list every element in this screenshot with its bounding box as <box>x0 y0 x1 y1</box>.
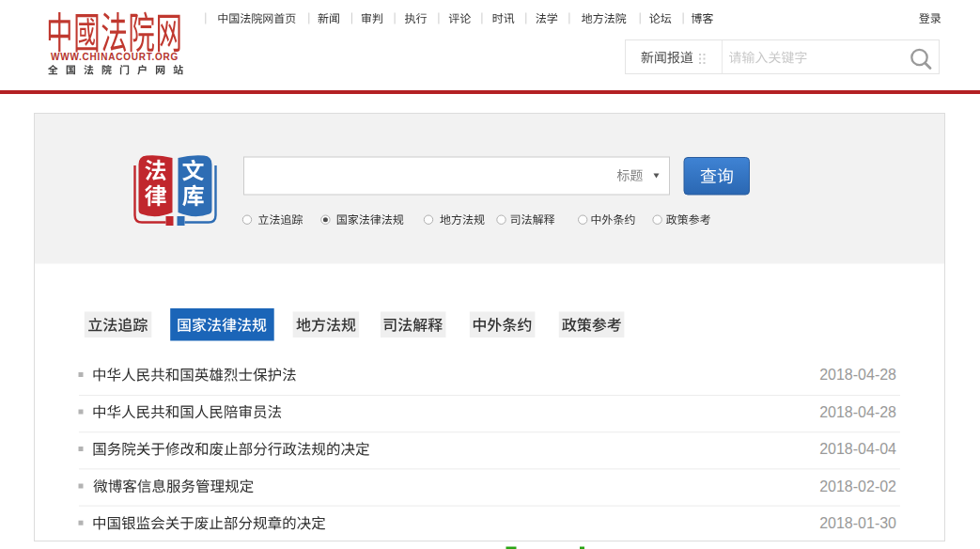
svg-text:2018-04-28: 2018-04-28 <box>819 367 896 383</box>
svg-text:2018-04-28: 2018-04-28 <box>819 404 896 420</box>
svg-text:2018-04-04: 2018-04-04 <box>819 441 896 457</box>
svg-text:2018-01-30: 2018-01-30 <box>819 515 896 531</box>
svg-text:WWW.CHINACOURT.ORG: WWW.CHINACOURT.ORG <box>51 52 179 62</box>
svg-text:2018-02-02: 2018-02-02 <box>819 478 896 494</box>
